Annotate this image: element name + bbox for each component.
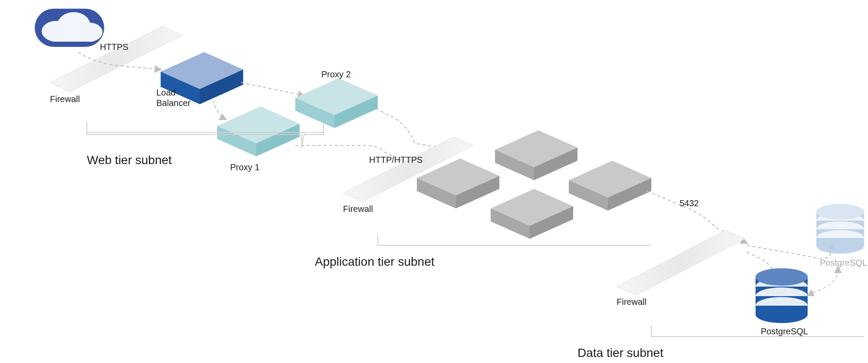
proxy-1: Proxy 1 — [217, 106, 300, 172]
proxy1-label: Proxy 1 — [230, 162, 260, 172]
svg-point-34 — [756, 306, 808, 323]
proxy2-label: Proxy 2 — [321, 69, 351, 79]
protocol-https: HTTPS — [100, 42, 129, 52]
svg-point-45 — [816, 204, 864, 220]
protocol-http-https: HTTP/HTTPS — [369, 155, 422, 165]
lb-label2: Balancer — [156, 98, 191, 108]
svg-point-44 — [816, 238, 864, 254]
data-tier-label: Data tier subnet — [578, 346, 663, 360]
app-server-3 — [491, 189, 573, 239]
postgres1-label: PostgreSQL — [761, 327, 808, 336]
app-server-2 — [495, 130, 578, 180]
architecture-diagram: Firewall HTTPS Load Balancer Proxy 1 Pro… — [0, 0, 868, 363]
firewall-web-label: Firewall — [50, 94, 80, 104]
app-tier-label: Application tier subnet — [315, 255, 435, 268]
svg-rect-4 — [49, 30, 97, 42]
firewall-data-label: Firewall — [617, 297, 647, 307]
proxy-2: Proxy 2 — [295, 69, 378, 128]
postgres2-label: PostgreSQL — [820, 258, 867, 267]
svg-point-35 — [756, 268, 808, 286]
postgres-replica: PostgreSQL — [816, 204, 867, 267]
lb-label1: Load — [156, 88, 176, 97]
web-tier-label: Web tier subnet — [87, 153, 172, 167]
postgres-primary: PostgreSQL — [756, 268, 808, 336]
firewall-app-label: Firewall — [343, 204, 373, 214]
app-server-4 — [569, 161, 651, 211]
load-balancer: Load Balancer — [156, 52, 243, 108]
firewall-data: Firewall — [617, 230, 745, 307]
protocol-port: 5432 — [680, 198, 699, 208]
cloud-icon — [35, 9, 104, 47]
